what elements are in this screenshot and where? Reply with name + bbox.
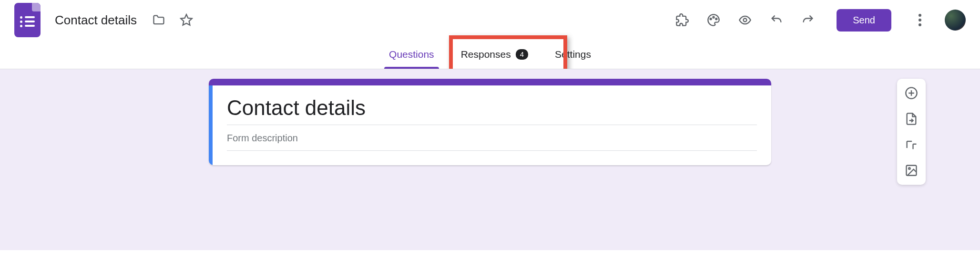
responses-count-badge: 4 (516, 49, 528, 60)
account-avatar[interactable] (945, 10, 966, 31)
import-questions-icon[interactable] (905, 112, 918, 126)
form-header-card[interactable]: Contact details Form description (209, 79, 771, 165)
app-header: Contact details Send (0, 0, 980, 40)
add-title-icon[interactable] (905, 138, 918, 151)
add-question-icon[interactable] (905, 86, 918, 100)
svg-point-2 (716, 18, 717, 20)
tab-settings[interactable]: Settings (545, 41, 601, 68)
floating-toolbar (897, 79, 926, 185)
svg-point-3 (744, 19, 747, 22)
card-accent-bar (209, 79, 771, 85)
star-icon[interactable] (175, 9, 198, 32)
form-canvas: Contact details Form description (0, 69, 980, 250)
form-description-input[interactable]: Form description (227, 133, 757, 151)
add-image-icon[interactable] (905, 164, 918, 177)
tab-label: Responses (461, 49, 511, 60)
more-options-icon[interactable] (909, 9, 931, 32)
preview-icon[interactable] (734, 9, 756, 32)
tabs-bar: Questions Responses 4 Settings (0, 40, 980, 69)
tab-questions[interactable]: Questions (379, 41, 444, 68)
document-title[interactable]: Contact details (55, 13, 137, 28)
addons-icon[interactable] (671, 9, 694, 32)
tab-label: Settings (555, 49, 591, 60)
svg-point-9 (909, 168, 910, 169)
move-to-folder-icon[interactable] (147, 9, 170, 32)
tab-label: Questions (389, 49, 434, 60)
svg-point-1 (713, 17, 715, 18)
redo-icon[interactable] (796, 9, 819, 32)
header-tools: Send (671, 9, 970, 32)
forms-app-icon[interactable] (14, 3, 41, 37)
customize-theme-icon[interactable] (702, 9, 725, 32)
card-body: Contact details Form description (209, 85, 771, 165)
undo-icon[interactable] (765, 9, 788, 32)
form-title-input[interactable]: Contact details (227, 96, 757, 125)
send-button[interactable]: Send (837, 9, 891, 32)
svg-point-0 (710, 18, 712, 20)
tab-responses[interactable]: Responses 4 (451, 41, 538, 68)
